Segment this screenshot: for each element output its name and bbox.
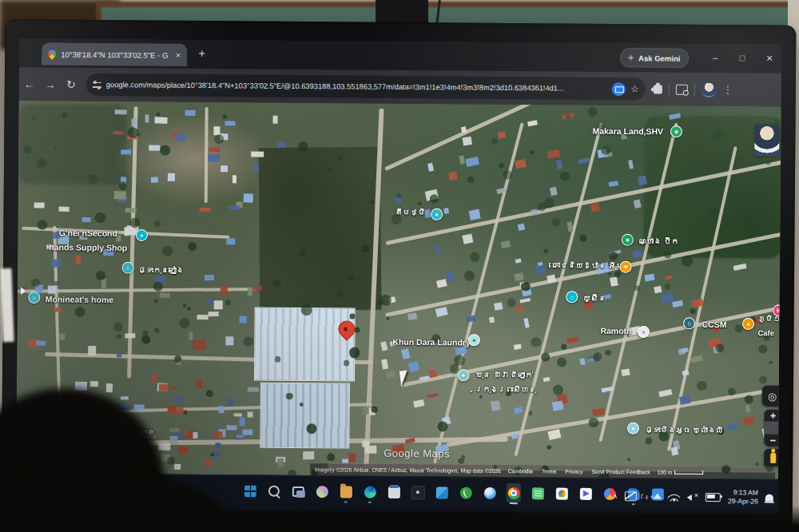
minimize-button[interactable]: – bbox=[703, 44, 727, 71]
edge[interactable] bbox=[363, 482, 377, 502]
attribution-link[interactable]: Send Product Feedback bbox=[592, 469, 650, 475]
copilot-button-icon bbox=[316, 486, 328, 498]
microsoft-store[interactable] bbox=[387, 482, 401, 502]
lodging-icon[interactable]: ⌂ bbox=[566, 291, 578, 303]
map-label-gnei-second-hands-supply-shop[interactable]: G'nei nSecond hands Supply Shop bbox=[49, 224, 127, 255]
maximize-button[interactable]: □ bbox=[730, 44, 754, 71]
address-bar[interactable]: google.com/maps/place/10°38'18.4"N+103°3… bbox=[86, 73, 646, 100]
zoom-in-button[interactable]: + bbox=[765, 410, 781, 423]
lodging-icon[interactable]: ⌂ bbox=[683, 317, 695, 329]
map-label-text: Monineat's home bbox=[46, 294, 113, 304]
place-icon[interactable]: ● bbox=[457, 369, 469, 381]
send-to-devices-icon[interactable] bbox=[612, 82, 626, 96]
copilot-button[interactable] bbox=[315, 482, 329, 501]
notifications-bell-icon[interactable] bbox=[765, 494, 773, 501]
tab-close-icon[interactable]: × bbox=[176, 50, 181, 60]
divider bbox=[694, 83, 695, 96]
map-label-text: G'nei nSecond hands Supply Shop bbox=[49, 228, 127, 252]
side-panel-arrow-icon[interactable] bbox=[21, 287, 26, 295]
pegman-icon bbox=[770, 452, 776, 463]
street-view-pegman-button[interactable] bbox=[764, 449, 781, 466]
home-icon[interactable]: ● bbox=[431, 208, 443, 220]
chrome[interactable] bbox=[507, 483, 521, 502]
laundry-icon[interactable]: ● bbox=[468, 334, 480, 346]
gemini-sparkle-icon bbox=[627, 54, 634, 62]
zoom-out-button[interactable]: − bbox=[764, 434, 781, 447]
map-label-text: ផ្ទះមីងអួច ឃ្លាំងលី bbox=[645, 425, 723, 435]
map-label-text: យូស៊ីន bbox=[583, 294, 606, 303]
copilot-sphere[interactable] bbox=[483, 483, 497, 502]
task-view-button[interactable] bbox=[291, 482, 305, 501]
google-maps-watermark: Google Maps bbox=[384, 447, 450, 460]
home-icon[interactable]: ● bbox=[627, 423, 639, 435]
close-button[interactable]: × bbox=[757, 45, 781, 72]
attribution-link[interactable]: Cambodia bbox=[508, 468, 533, 474]
sticky-notes[interactable] bbox=[531, 483, 545, 502]
map-label-ccsm[interactable]: CCSM bbox=[702, 316, 726, 332]
map-label-nheang-bik[interactable]: ណ្ហាង ប៊ិក bbox=[638, 232, 678, 248]
map-label-monineats-home[interactable]: Monineat's home bbox=[46, 291, 113, 306]
forward-button[interactable]: → bbox=[40, 77, 61, 90]
url-text[interactable]: google.com/maps/place/10°38'18.4"N+103°3… bbox=[106, 81, 607, 93]
map-label-kleang-ly-home[interactable]: ផ្ទះមីងអួច ឃ្លាំងលី bbox=[645, 421, 723, 436]
edge-icon bbox=[364, 486, 376, 498]
volume-muted-icon[interactable] bbox=[687, 492, 698, 501]
mail-icon bbox=[435, 486, 447, 498]
imagery-credits: Imagery ©2026 Airbus, CNES / Airbus, Max… bbox=[315, 466, 501, 474]
attribution-links: CambodiaTermsPrivacySend Product Feedbac… bbox=[508, 468, 650, 474]
new-tab-button[interactable]: + bbox=[198, 46, 205, 60]
leisure-flower-icon[interactable]: ∗ bbox=[670, 125, 682, 137]
battery-icon[interactable] bbox=[706, 493, 721, 502]
toolbar-right: ⋮ bbox=[654, 81, 733, 97]
back-button[interactable]: ← bbox=[19, 77, 40, 90]
wifi-icon[interactable] bbox=[668, 492, 680, 501]
side-search-icon[interactable] bbox=[676, 84, 688, 94]
hospital-icon[interactable]: H bbox=[773, 304, 781, 316]
warehouse-roof bbox=[254, 308, 356, 382]
attribution-link[interactable]: Privacy bbox=[565, 469, 582, 474]
extensions-icon[interactable] bbox=[654, 85, 662, 93]
hidden-icons-chevron[interactable]: ∧ bbox=[612, 492, 618, 500]
xbox[interactable] bbox=[459, 483, 473, 502]
restaurant-icon[interactable]: Ψ bbox=[620, 261, 632, 273]
widgets-dark[interactable] bbox=[411, 482, 425, 502]
map-label-yu-sin[interactable]: យូស៊ីន bbox=[583, 290, 606, 305]
home-icon[interactable]: ⌂ bbox=[28, 292, 40, 304]
search-button[interactable] bbox=[267, 482, 281, 501]
map-label-khun-dara-khmer[interactable]: ឃុន ដារ៉ា ជីឡាក់ ក្រុងព្រះសីហនុ bbox=[475, 366, 536, 395]
shopping-icon[interactable]: ● bbox=[136, 229, 148, 241]
leisure-flower-icon[interactable]: ∗ bbox=[622, 234, 634, 246]
map-label-text: ផ្ទះកុនឡៀង bbox=[138, 265, 184, 274]
map-label-makara-land-shv[interactable]: Makara Land,SHV bbox=[592, 123, 663, 138]
widgets-dark-icon bbox=[411, 486, 424, 499]
cafe-icon[interactable]: ● bbox=[742, 318, 754, 330]
profile-avatar[interactable] bbox=[702, 81, 717, 97]
site-settings-icon[interactable] bbox=[93, 81, 101, 88]
map-label-phteah-kon-leang[interactable]: ផ្ទះកុនឡៀង bbox=[138, 261, 184, 276]
photos-app[interactable] bbox=[555, 484, 569, 503]
attribution-link[interactable]: Terms bbox=[542, 468, 557, 474]
mail[interactable] bbox=[435, 482, 449, 502]
camera-off-icon[interactable] bbox=[625, 491, 637, 501]
map-label-khun-dara-laundry[interactable]: Khun Dara Laundry bbox=[392, 334, 471, 349]
place-dot-icon[interactable]: ● bbox=[638, 326, 650, 338]
tray-clock[interactable]: 9:13 AM 29-Apr-26 bbox=[728, 489, 758, 506]
ask-gemini-button[interactable]: Ask Gemini bbox=[620, 48, 689, 68]
scale-label: 100 m bbox=[658, 470, 673, 475]
my-location-button[interactable]: ◎ bbox=[762, 386, 781, 407]
home-icon[interactable]: ⌂ bbox=[121, 262, 133, 274]
map-label-ramotn[interactable]: Ramotn bbox=[600, 323, 631, 338]
chrome-menu-icon[interactable]: ⋮ bbox=[723, 84, 733, 95]
map-label-text: ភូមិ១ Cafe bbox=[757, 314, 781, 338]
bookmark-star-icon[interactable]: ☆ bbox=[630, 83, 639, 94]
reload-button[interactable]: ↻ bbox=[61, 78, 81, 91]
clipchamp[interactable] bbox=[578, 484, 593, 503]
start-button[interactable] bbox=[243, 481, 257, 500]
keyboard-layout-indicator[interactable]: ខ្មែរ bbox=[644, 494, 661, 499]
map-label-text: ឃុន ដារ៉ា ជីឡាក់ ក្រុងព្រះសីហនុ bbox=[475, 370, 536, 394]
browser-tab[interactable]: 10°38'18.4"N 103°33'02.5"E - G × bbox=[42, 42, 187, 66]
taskbar-icons bbox=[243, 481, 665, 503]
sticky-notes-icon bbox=[531, 487, 543, 499]
map-label-kim-thmey[interactable]: គីមថ្មី bbox=[396, 204, 426, 219]
file-explorer[interactable] bbox=[339, 482, 353, 501]
